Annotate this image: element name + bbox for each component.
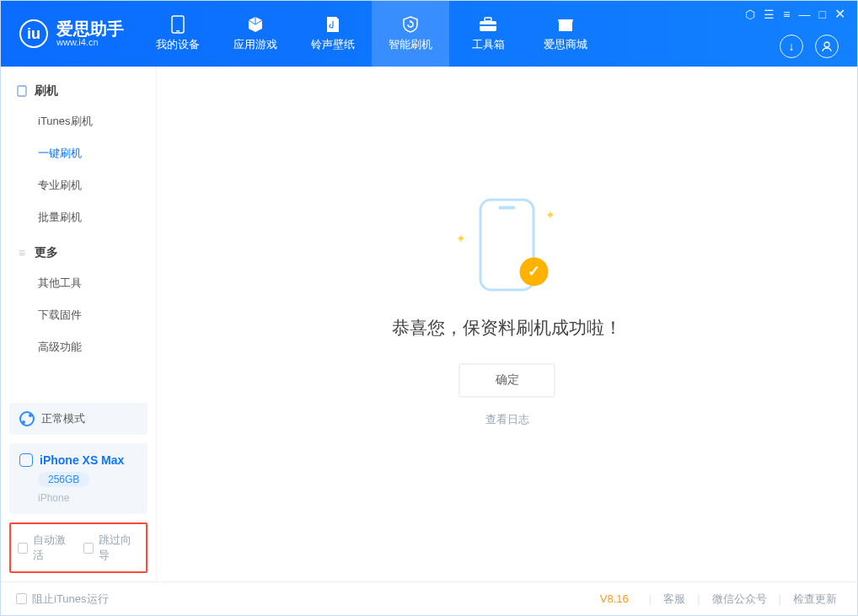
status-bar: 阻止iTunes运行 V8.16 | 客服 | 微信公众号 | 检查更新 [1,581,857,615]
sidebar-item-other-tools[interactable]: 其他工具 [1,267,156,299]
tab-label: 我的设备 [156,37,200,52]
menu-icon[interactable]: ☰ [764,8,775,21]
phone-icon [167,15,189,34]
group-title: 刷机 [35,83,58,99]
tab-apps-games[interactable]: 应用游戏 [217,1,294,67]
shield-refresh-icon [400,15,421,34]
device-name: iPhone XS Max [40,453,124,467]
tab-label: 智能刷机 [389,37,432,52]
wechat-link[interactable]: 微信公众号 [707,592,772,607]
checkbox-label: 自动激活 [33,533,73,563]
device-mode-card[interactable]: 正常模式 [9,403,147,435]
app-logo: iu 爱思助手 www.i4.cn [1,1,139,67]
maximize-button[interactable]: □ [819,8,826,21]
check-update-link[interactable]: 检查更新 [788,592,842,607]
svg-rect-4 [480,24,496,26]
svg-rect-1 [176,30,180,32]
main-content: ✓ ✦ ✦ 恭喜您，保资料刷机成功啦！ 确定 查看日志 [157,67,857,581]
music-file-icon [322,15,344,34]
checkbox-icon [16,593,27,604]
svg-point-5 [824,42,829,47]
sparkle-icon: ✦ [545,208,555,222]
window-controls: ⬡ ☰ ≡ ― □ ✕ [745,6,845,22]
options-row: 自动激活 跳过向导 [9,522,147,573]
tab-label: 应用游戏 [233,37,277,52]
mode-icon [19,411,35,426]
tab-label: 工具箱 [472,37,505,52]
checkbox-icon [18,543,28,554]
cube-icon [244,15,266,34]
view-log-link[interactable]: 查看日志 [157,412,857,427]
svg-rect-3 [485,18,491,21]
app-url: www.i4.cn [56,37,124,47]
sidebar-item-batch-flash[interactable]: 批量刷机 [1,201,156,233]
success-message: 恭喜您，保资料刷机成功啦！ [157,316,857,340]
checkbox-label: 阻止iTunes运行 [32,592,109,607]
support-link[interactable]: 客服 [658,592,690,607]
minimize-button[interactable]: ― [799,8,811,21]
ok-button[interactable]: 确定 [459,363,555,397]
success-illustration: ✓ ✦ ✦ [461,198,554,291]
checkmark-badge-icon: ✓ [520,257,549,286]
checkbox-block-itunes[interactable]: 阻止iTunes运行 [16,592,109,607]
sidebar-group-more: ≡ 更多 [1,233,156,267]
tab-toolbox[interactable]: 工具箱 [449,1,527,67]
sidebar: 刷机 iTunes刷机 一键刷机 专业刷机 批量刷机 ≡ 更多 其他工具 下载固… [1,67,157,581]
list-icon[interactable]: ≡ [783,8,790,21]
device-icon [19,453,33,467]
checkbox-auto-activate[interactable]: 自动激活 [18,533,73,563]
tab-my-device[interactable]: 我的设备 [139,1,217,67]
svg-rect-6 [18,86,26,96]
tab-label: 铃声壁纸 [311,37,355,52]
sidebar-group-flash: 刷机 [1,72,156,105]
main-tabs: 我的设备 应用游戏 铃声壁纸 智能刷机 工具箱 爱思商城 [139,1,604,67]
list-icon: ≡ [16,247,28,259]
user-button[interactable] [815,35,839,58]
sidebar-item-one-click-flash[interactable]: 一键刷机 [1,137,156,169]
app-name: 爱思助手 [56,20,124,37]
sidebar-item-pro-flash[interactable]: 专业刷机 [1,169,156,201]
mode-label: 正常模式 [41,411,85,426]
shop-icon [555,15,576,34]
version-label: V8.16 [600,592,629,605]
device-card[interactable]: iPhone XS Max 256GB iPhone [9,443,147,514]
checkbox-skip-guide[interactable]: 跳过向导 [83,533,139,563]
sparkle-icon: ✦ [456,232,466,245]
tab-label: 爱思商城 [544,37,587,52]
sidebar-item-download-firmware[interactable]: 下载固件 [1,299,156,331]
phone-outline-icon [16,85,28,97]
logo-icon: iu [19,19,48,48]
header-actions: ↓ [780,35,839,58]
sidebar-item-itunes-flash[interactable]: iTunes刷机 [1,105,156,137]
device-capacity: 256GB [38,472,89,487]
app-header: iu 爱思助手 www.i4.cn 我的设备 应用游戏 铃声壁纸 智能刷机 工具… [1,1,857,67]
sidebar-item-advanced[interactable]: 高级功能 [1,331,156,363]
shirt-icon[interactable]: ⬡ [745,8,755,21]
download-button[interactable]: ↓ [780,35,803,58]
checkbox-label: 跳过向导 [99,533,139,563]
group-title: 更多 [35,245,58,260]
tab-smart-flash[interactable]: 智能刷机 [372,1,449,67]
tab-ringtone-wallpaper[interactable]: 铃声壁纸 [294,1,372,67]
checkbox-icon [83,543,94,554]
toolbox-icon [477,15,499,34]
close-button[interactable]: ✕ [834,6,845,22]
device-type: iPhone [38,492,137,504]
tab-shop[interactable]: 爱思商城 [527,1,604,67]
